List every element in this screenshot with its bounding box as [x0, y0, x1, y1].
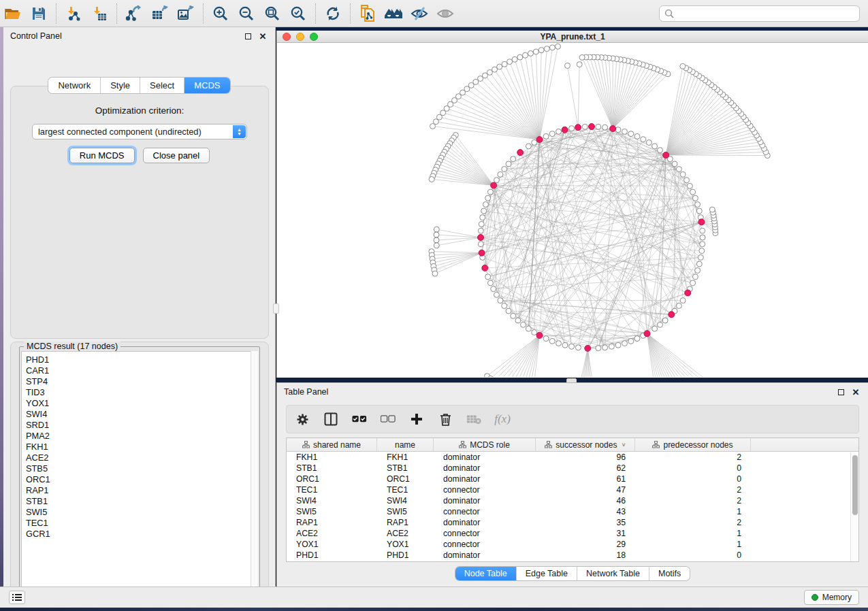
table-cell[interactable]: 2: [635, 485, 751, 495]
search-box[interactable]: [659, 5, 860, 22]
network-node[interactable]: [700, 242, 705, 247]
zoom-selected-icon[interactable]: [285, 2, 311, 25]
column-header-MCDS-role[interactable]: MCDS role: [434, 438, 536, 451]
table-cell[interactable]: 29: [536, 540, 635, 549]
zoom-fit-icon[interactable]: [259, 2, 285, 25]
network-node[interactable]: [492, 67, 498, 72]
table-cell[interactable]: 1: [635, 529, 751, 538]
network-node[interactable]: [676, 303, 681, 309]
tab-mcds[interactable]: MCDS: [184, 78, 229, 93]
memory-button[interactable]: Memory: [804, 590, 859, 605]
window-minimize-icon[interactable]: [296, 33, 304, 41]
network-node[interactable]: [487, 69, 492, 75]
table-row[interactable]: ORC1ORC1dominator610: [287, 474, 858, 484]
network-node[interactable]: [507, 59, 513, 65]
show-columns-icon[interactable]: [323, 412, 338, 427]
mcds-result-item[interactable]: STB5: [26, 463, 257, 474]
table-cell[interactable]: 18: [536, 550, 635, 560]
network-node[interactable]: [434, 237, 439, 243]
network-node[interactable]: [539, 48, 544, 53]
table-cell[interactable]: TEC1: [377, 485, 434, 495]
mcds-hub-node[interactable]: [491, 182, 497, 188]
trash-icon[interactable]: [438, 412, 453, 427]
network-node[interactable]: [652, 326, 658, 331]
mcds-hub-node[interactable]: [610, 126, 616, 132]
mcds-result-item[interactable]: PMA2: [26, 431, 257, 442]
network-node[interactable]: [646, 140, 652, 146]
mcds-hub-node[interactable]: [562, 127, 568, 133]
network-node[interactable]: [709, 207, 715, 212]
network-node[interactable]: [511, 156, 516, 162]
network-node[interactable]: [506, 308, 511, 314]
table-cell[interactable]: SWI5: [287, 507, 377, 516]
network-node[interactable]: [676, 167, 681, 172]
function-builder-icon[interactable]: f(x): [495, 412, 510, 427]
mcds-hub-node[interactable]: [685, 290, 691, 296]
mcds-hub-node[interactable]: [517, 150, 524, 156]
table-cell[interactable]: YOX1: [377, 540, 434, 549]
tab-network-table[interactable]: Network Table: [577, 567, 649, 580]
network-node[interactable]: [506, 161, 511, 167]
network-node[interactable]: [602, 125, 608, 130]
network-node[interactable]: [699, 248, 705, 254]
mcds-result-item[interactable]: SWI4: [26, 409, 257, 420]
network-node[interactable]: [615, 342, 621, 348]
mcds-result-list[interactable]: PHD1CAR1STP4TID3YOX1SWI4SRD1PMA2FKH1ACE2…: [21, 351, 258, 599]
table-cell[interactable]: SWI5: [377, 507, 434, 516]
deselect-all-icon[interactable]: [381, 412, 396, 427]
table-cell[interactable]: connector: [434, 485, 536, 495]
window-close-icon[interactable]: [283, 33, 291, 41]
column-header-successor-nodes[interactable]: successor nodes˅: [536, 438, 635, 451]
table-cell[interactable]: 61: [536, 474, 635, 484]
network-node[interactable]: [565, 63, 570, 69]
search-input[interactable]: [677, 7, 854, 20]
clone-network-icon[interactable]: [355, 2, 381, 25]
mcds-result-scrollbar[interactable]: [251, 351, 258, 599]
network-node[interactable]: [634, 133, 640, 139]
mcds-hub-node[interactable]: [575, 125, 581, 131]
network-node[interactable]: [544, 46, 549, 52]
table-row[interactable]: FKH1FKH1dominator962: [287, 452, 858, 463]
table-cell[interactable]: TEC1: [287, 485, 377, 495]
table-cell[interactable]: 31: [536, 529, 635, 538]
table-row[interactable]: PHD1PHD1dominator180: [287, 550, 858, 561]
table-cell[interactable]: 0: [635, 474, 751, 484]
network-node[interactable]: [684, 178, 690, 183]
network-node[interactable]: [652, 144, 658, 149]
network-node[interactable]: [512, 56, 517, 62]
network-node[interactable]: [523, 52, 528, 58]
network-node[interactable]: [582, 124, 588, 129]
network-node[interactable]: [549, 131, 555, 137]
table-row[interactable]: ACE2ACE2connector311: [287, 528, 858, 539]
table-row[interactable]: TEC1TEC1connector472: [287, 484, 858, 495]
mcds-result-item[interactable]: ACE2: [26, 452, 257, 463]
run-mcds-button[interactable]: Run MCDS: [69, 148, 135, 163]
select-all-icon[interactable]: [352, 412, 367, 427]
export-network-icon[interactable]: [121, 2, 147, 25]
mcds-result-item[interactable]: ORC1: [26, 474, 257, 485]
network-node[interactable]: [491, 286, 496, 292]
import-table-icon[interactable]: [86, 2, 112, 25]
tab-motifs[interactable]: Motifs: [649, 567, 690, 580]
table-cell[interactable]: connector: [434, 540, 536, 549]
column-header-shared-name[interactable]: shared name: [287, 438, 377, 451]
network-node[interactable]: [687, 183, 692, 188]
mcds-hub-node[interactable]: [482, 265, 488, 271]
float-table-panel-icon[interactable]: [835, 386, 846, 397]
node-table[interactable]: shared namenameMCDS rolesuccessor nodes˅…: [286, 437, 859, 562]
table-cell[interactable]: ACE2: [287, 529, 377, 538]
mcds-hub-node[interactable]: [536, 137, 543, 143]
table-cell[interactable]: dominator: [434, 518, 536, 527]
network-node[interactable]: [498, 171, 503, 177]
node-table-scrollbar[interactable]: [850, 452, 858, 561]
network-node[interactable]: [596, 346, 601, 351]
network-node[interactable]: [690, 280, 696, 286]
show-all-icon[interactable]: [432, 2, 458, 25]
table-row[interactable]: SWI4SWI4dominator462: [287, 495, 858, 506]
first-neighbors-icon[interactable]: [381, 2, 406, 25]
network-node[interactable]: [485, 274, 491, 280]
table-cell[interactable]: STB1: [287, 463, 377, 473]
network-node[interactable]: [698, 254, 703, 260]
network-node[interactable]: [628, 338, 634, 344]
table-cell[interactable]: dominator: [434, 452, 536, 462]
